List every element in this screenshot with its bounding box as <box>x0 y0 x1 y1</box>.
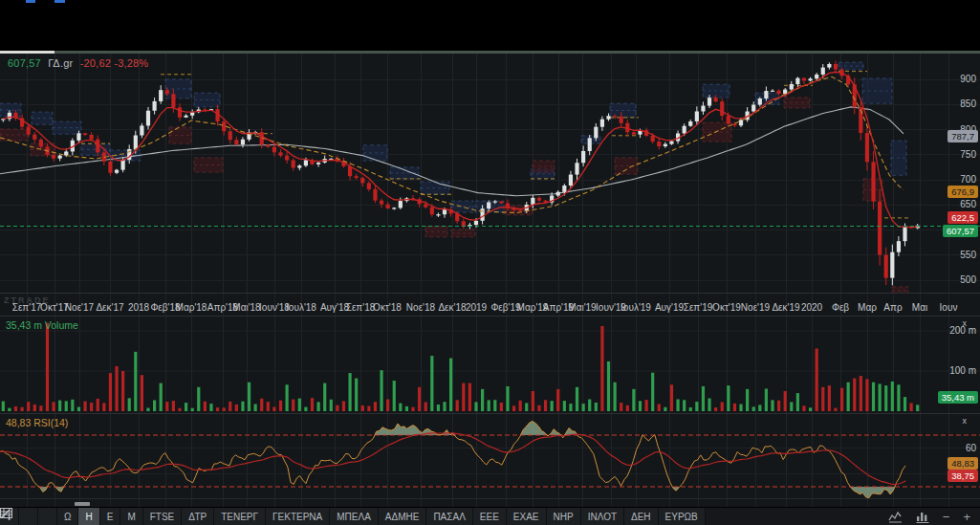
time-axis-label[interactable]: Δεκ'17 <box>96 302 123 313</box>
toolbar-tab-ΕΧΑΕ[interactable]: ΕΧΑΕ <box>507 508 547 525</box>
time-axis-label[interactable]: Φεβ <box>832 302 849 313</box>
time-axis-label[interactable]: Νοε'18 <box>406 302 435 313</box>
volume-chart[interactable] <box>0 317 980 414</box>
volume-axis-label: 100 m <box>949 365 976 376</box>
line-chart-icon[interactable] <box>888 511 903 523</box>
toolbar-tab-ΔΤΡ[interactable]: ΔΤΡ <box>182 508 214 525</box>
time-axis[interactable]: ZTRADE Σεπ'17Οκτ'17Νοε'17Δεκ'172018Φεβ'1… <box>0 293 980 316</box>
time-axis-label[interactable]: Δεκ'18 <box>438 302 466 313</box>
symbol-tabs: ΩΗΕΜFTSEΔΤΡΤΕΝΕΡΓΓΕΚΤΕΡΝΑΜΠΕΛΑΑΔΜΗΕΠΑΣΑΛ… <box>57 508 706 525</box>
price-badge: 787,7 <box>947 130 978 142</box>
rsi-badge: 38,75 <box>947 470 978 482</box>
rsi-label: 48,83 RSI(14) <box>6 417 68 428</box>
toolbar-tab-ΠΑΣΑΛ[interactable]: ΠΑΣΑΛ <box>426 508 472 525</box>
rsi-badge: 48,83 <box>947 457 978 470</box>
bottom-axis-strip <box>0 498 980 507</box>
toolbar-tab-ΤΕΝΕΡΓ[interactable]: ΤΕΝΕΡΓ <box>214 508 266 525</box>
bottom-toolbar: i ΩΗΕΜFTSEΔΤΡΤΕΝΕΡΓΓΕΚΤΕΡΝΑΜΠΕΛΑΑΔΜΗΕΠΑΣ… <box>0 507 980 525</box>
time-axis-label[interactable]: Ιουν <box>940 302 958 313</box>
time-axis-label[interactable]: Αυγ'18 <box>320 302 349 313</box>
time-axis-label[interactable]: Μαρ'18 <box>176 302 207 313</box>
toolbar-tab-ΕΕΕ[interactable]: ΕΕΕ <box>473 508 507 525</box>
time-axis-label[interactable]: Νοε'19 <box>741 302 770 313</box>
volume-pane[interactable]: 35,43 m Volume x 200 m100 m35,43 m <box>0 316 980 413</box>
volume-badge: 35,43 m <box>938 391 978 404</box>
scrollbar-handle[interactable] <box>75 502 90 506</box>
price-legend: 607,57 ΓΔ.gr -20,62 -3,28% <box>8 57 148 69</box>
time-axis-label[interactable]: Αυγ'19 <box>655 302 684 313</box>
time-axis-label[interactable]: Μαι <box>912 302 927 313</box>
time-axis-label[interactable]: Νοε'17 <box>65 302 94 313</box>
time-axis-label[interactable]: 2019 <box>466 302 487 313</box>
rsi-axis-label: 60 <box>966 443 976 453</box>
legend-symbol: ΓΔ.gr <box>48 57 73 69</box>
price-axis-label: 500 <box>960 274 976 285</box>
legend-change: -20,62 -3,28% <box>80 57 149 69</box>
price-badge: 676,9 <box>947 186 978 198</box>
toolbar-tab-ΕΥΡΩΒ[interactable]: ΕΥΡΩΒ <box>659 508 706 525</box>
time-axis-label[interactable]: Σεπ'18 <box>346 302 376 313</box>
price-axis-label: 900 <box>960 74 976 84</box>
toolbar-tab-Μ[interactable]: Μ <box>120 508 142 525</box>
time-axis-label[interactable]: Μαι'19 <box>568 302 596 313</box>
toolbar-tab-Ε[interactable]: Ε <box>100 508 121 525</box>
layout-button[interactable] <box>38 508 57 525</box>
time-axis-label[interactable]: 2018 <box>128 302 149 313</box>
time-axis-label[interactable]: Μαρ <box>858 302 877 313</box>
time-axis-label[interactable]: Δεκ'19 <box>772 302 799 313</box>
volume-label: 35,43 m Volume <box>6 319 78 331</box>
zoom-out-button[interactable]: − <box>943 508 950 525</box>
bar-chart-icon[interactable] <box>916 511 929 523</box>
time-axis-label[interactable]: 2020 <box>801 302 822 313</box>
time-axis-label[interactable]: Οκτ'19 <box>712 302 741 313</box>
top-black-bar <box>0 0 980 51</box>
price-axis-label: 750 <box>960 149 976 160</box>
toolbar-tab-Η[interactable]: Η <box>78 508 99 525</box>
draw-button[interactable] <box>19 508 38 525</box>
window-speck <box>26 0 35 3</box>
toolbar-tab-ΓΕΚΤΕΡΝΑ[interactable]: ΓΕΚΤΕΡΝΑ <box>266 508 330 525</box>
price-axis-label: 700 <box>960 174 976 185</box>
price-axis-label: 550 <box>960 250 976 260</box>
toolbar-tab-ΙΝΛΟΤ[interactable]: ΙΝΛΟΤ <box>581 508 624 525</box>
toolbar-right: − + <box>888 508 980 525</box>
toolbar-tab-FTSE[interactable]: FTSE <box>143 508 183 525</box>
toolbar-tab-Ω[interactable]: Ω <box>57 508 78 525</box>
toolbar-tab-ΑΔΜΗΕ[interactable]: ΑΔΜΗΕ <box>379 508 427 525</box>
zoom-in-button[interactable]: + <box>963 508 970 525</box>
time-axis-label[interactable]: Οκτ'18 <box>373 302 402 313</box>
time-axis-label[interactable]: Ιουλ'18 <box>286 302 316 313</box>
toolbar-tab-ΜΠΕΛΑ[interactable]: ΜΠΕΛΑ <box>330 508 379 525</box>
rsi-close-icon[interactable]: x <box>963 416 968 426</box>
time-axis-label[interactable]: Μαι'18 <box>232 302 260 313</box>
table-icon <box>0 508 12 518</box>
window-speck <box>54 0 65 3</box>
price-badge: 607,57 <box>943 225 978 237</box>
time-axis-label[interactable]: Σεπ'19 <box>684 302 713 313</box>
trading-chart-app: 607,57 ΓΔ.gr -20,62 -3,28% ZTRADE Σεπ'17… <box>0 0 980 525</box>
time-axis-label[interactable]: Ιουλ'19 <box>621 302 651 313</box>
toolbar-tab-ΝΗΡ[interactable]: ΝΗΡ <box>547 508 581 525</box>
price-badge: 622,5 <box>947 211 978 224</box>
price-pane[interactable]: 607,57 ΓΔ.gr -20,62 -3,28% <box>0 54 980 293</box>
toolbar-tab-ΔΕΗ[interactable]: ΔΕΗ <box>624 508 659 525</box>
rsi-pane[interactable]: 48,83 RSI(14) x 604048,8338,75 <box>0 413 980 498</box>
rsi-chart[interactable] <box>0 414 980 499</box>
candlestick-chart[interactable] <box>0 54 980 293</box>
time-axis-label[interactable]: Σεπ'17 <box>12 302 42 313</box>
price-axis-label: 650 <box>960 199 976 209</box>
price-axis-label: 850 <box>960 98 976 109</box>
legend-last-price: 607,57 <box>8 57 41 69</box>
volume-close-icon[interactable]: x <box>963 318 968 328</box>
time-axis-label[interactable]: Απρ <box>883 302 902 313</box>
